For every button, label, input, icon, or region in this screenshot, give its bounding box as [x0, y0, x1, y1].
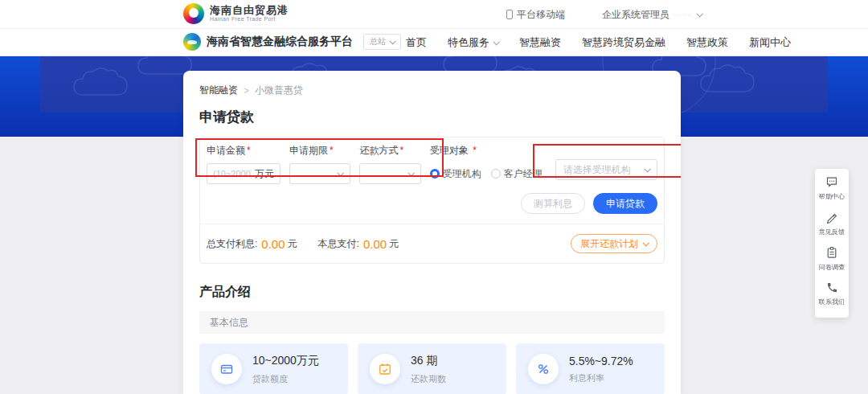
repayment-label: 还款方式	[359, 145, 398, 156]
phone-icon	[826, 281, 838, 293]
clipboard-icon	[825, 246, 838, 259]
product-cards: 10~2000万元 贷款额度 36 期 还款期数	[199, 343, 665, 394]
repayment-periods-card: 36 期 还款期数	[358, 343, 506, 394]
page: 海南自由贸易港 Hainan Free Trade Port 平台移动端 企业系…	[0, 0, 868, 394]
basic-info-section-header: 基本信息	[199, 311, 665, 334]
help-center-button[interactable]: 帮助中心	[815, 175, 849, 202]
radio-selected-icon	[430, 169, 440, 179]
top-header: 海南自由贸易港 Hainan Free Trade Port 平台移动端 企业系…	[0, 0, 868, 29]
mobile-app-label: 平台移动端	[517, 8, 565, 22]
form-actions: 测算利息 申请贷款	[207, 193, 657, 214]
platform-logo-icon	[183, 33, 201, 51]
chevron-down-icon	[389, 38, 395, 44]
principal-interest-value: 0.00	[363, 237, 387, 251]
loan-amount-card: 10~2000万元 贷款额度	[199, 343, 348, 394]
radio-account-manager[interactable]: 客户经理	[491, 167, 542, 181]
amount-input-wrap[interactable]: 万元	[207, 163, 280, 184]
nav-item-news-center[interactable]: 新闻中心	[749, 35, 791, 50]
amount-unit: 万元	[255, 167, 274, 181]
institution-select-placeholder: 请选择受理机构	[563, 163, 631, 177]
apply-loan-button[interactable]: 申请贷款	[593, 193, 657, 214]
target-field-group: 受理对象 * 受理机构 客户经理	[430, 144, 547, 184]
contact-us-button[interactable]: 联系我们	[815, 281, 849, 307]
hainan-ftp-logo: 海南自由贸易港 Hainan Free Trade Port	[183, 3, 289, 24]
calculate-interest-button[interactable]: 测算利息	[521, 193, 585, 214]
institution-field-group: 请选择受理机构	[555, 144, 657, 184]
site-selector[interactable]: 总站	[363, 34, 401, 50]
site-selector-value: 总站	[370, 36, 386, 47]
chevron-down-icon	[338, 170, 344, 176]
breadcrumb-parent[interactable]: 智能融资	[199, 84, 238, 97]
unit-label: 元	[389, 237, 399, 251]
side-toolbar: 帮助中心 意见反馈 问卷调查 联系我们	[815, 169, 849, 318]
total-interest-value: 0.00	[261, 237, 285, 251]
nav-item-cross-border-finance[interactable]: 智慧跨境贸易金融	[582, 35, 665, 50]
breadcrumb: 智能融资 > 小微普惠贷	[199, 84, 665, 97]
header-utilities: 平台移动端 企业系统管理员 ····	[506, 0, 702, 29]
amount-field-group: 申请金额* 万元	[207, 144, 280, 184]
hainan-ftp-logo-icon	[183, 3, 204, 24]
platform-title: 海南省智慧金融综合服务平台	[207, 35, 353, 49]
calendar-icon	[378, 362, 392, 376]
divider	[200, 224, 664, 224]
required-mark: *	[399, 145, 403, 156]
loan-form-fields: 申请金额* 万元 申请期限* 还款方式*	[207, 144, 657, 184]
target-label: 受理对象	[430, 145, 469, 156]
pencil-icon	[825, 211, 838, 224]
user-role-label: 企业系统管理员	[602, 8, 669, 22]
mobile-phone-icon	[506, 10, 513, 19]
radio-accepting-institution[interactable]: 受理机构	[430, 167, 481, 181]
card-label: 贷款额度	[252, 373, 319, 385]
chevron-down-icon	[696, 10, 702, 17]
nav-bar: 海南省智慧金融综合服务平台 总站 首页 特色服务 智慧融资 智慧跨境贸易金融 智…	[0, 29, 868, 56]
required-mark: *	[473, 145, 477, 156]
percent-icon	[536, 362, 551, 376]
chevron-down-icon	[644, 166, 650, 172]
card-value: 10~2000万元	[252, 354, 319, 368]
required-mark: *	[330, 145, 334, 156]
chat-icon	[825, 175, 838, 188]
main-menu: 首页 特色服务 智慧融资 智慧跨境贸易金融 智慧政策 新闻中心	[406, 29, 791, 56]
term-field-group: 申请期限*	[289, 144, 350, 184]
mobile-app-link[interactable]: 平台移动端	[506, 8, 565, 22]
feedback-button[interactable]: 意见反馈	[815, 211, 849, 237]
term-select[interactable]	[289, 163, 350, 184]
repayment-field-group: 还款方式*	[359, 144, 420, 184]
amount-label: 申请金额	[207, 145, 245, 156]
breadcrumb-separator: >	[244, 85, 249, 96]
chevron-down-icon	[407, 170, 414, 176]
total-interest-label: 总支付利息:	[207, 237, 257, 251]
loan-amount-input[interactable]	[213, 169, 252, 179]
logo-subtitle: Hainan Free Trade Port	[210, 16, 289, 23]
required-mark: *	[247, 145, 251, 156]
unit-label: 元	[288, 237, 297, 251]
logo-title: 海南自由贸易港	[210, 5, 289, 16]
user-name-masked: ····	[674, 9, 693, 20]
survey-button[interactable]: 问卷调查	[815, 246, 849, 273]
nav-item-smart-policy[interactable]: 智慧政策	[686, 35, 728, 50]
chevron-down-icon	[493, 39, 499, 45]
interest-summary: 总支付利息: 0.00 元 本息支付: 0.00 元 展开还款计划	[207, 234, 657, 253]
nav-item-home[interactable]: 首页	[406, 35, 427, 50]
platform-brand: 海南省智慧金融综合服务平台 总站	[183, 33, 401, 51]
loan-form-panel: 申请金额* 万元 申请期限* 还款方式*	[199, 137, 665, 264]
product-intro-title: 产品介绍	[199, 284, 665, 301]
radio-unselected-icon	[491, 169, 501, 179]
expand-repayment-plan-button[interactable]: 展开还款计划	[571, 234, 657, 253]
repayment-select[interactable]	[359, 163, 420, 184]
card-label: 还款期数	[411, 373, 446, 385]
page-title: 申请贷款	[199, 108, 665, 126]
institution-select[interactable]: 请选择受理机构	[555, 159, 657, 180]
nav-item-smart-financing[interactable]: 智慧融资	[519, 35, 561, 50]
principal-interest-label: 本息支付:	[318, 237, 359, 251]
breadcrumb-current: 小微普惠贷	[255, 84, 303, 97]
target-radio-group: 受理机构 客户经理	[430, 163, 547, 184]
user-menu[interactable]: 企业系统管理员 ····	[602, 8, 702, 22]
interest-rate-card: 5.5%~9.72% 利息利率	[516, 343, 665, 394]
card-label: 利息利率	[569, 372, 633, 384]
chevron-down-icon	[642, 240, 649, 246]
content-card: 智能融资 > 小微普惠贷 申请贷款 申请金额* 万元 申请期限*	[183, 71, 681, 394]
bank-card-icon	[219, 362, 234, 376]
term-label: 申请期限	[289, 145, 328, 156]
nav-item-featured-services[interactable]: 特色服务	[448, 35, 498, 50]
